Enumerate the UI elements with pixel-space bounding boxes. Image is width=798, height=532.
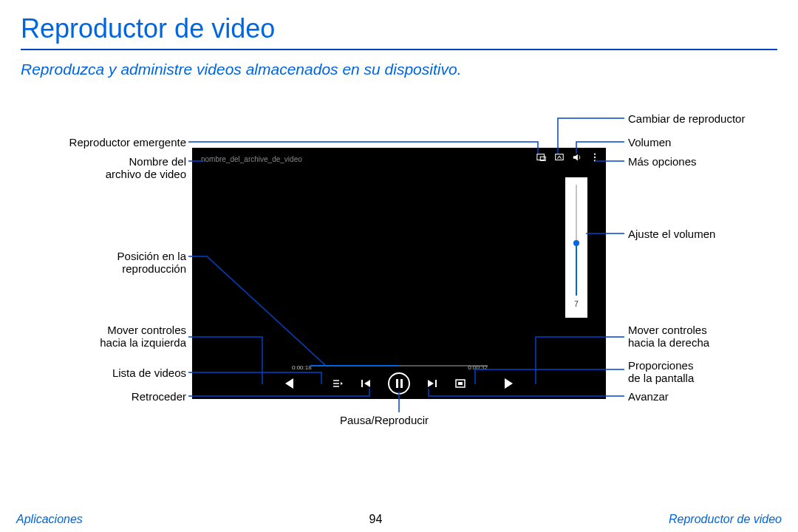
- svg-marker-10: [341, 382, 343, 385]
- volume-icon[interactable]: [572, 152, 582, 163]
- callout-video-list: Lista de videos: [38, 366, 186, 379]
- rewind-icon[interactable]: [360, 378, 372, 389]
- progress-bar[interactable]: [310, 365, 488, 366]
- callout-rewind: Retroceder: [38, 390, 186, 403]
- time-total: 0:00:32: [468, 364, 488, 371]
- time-elapsed: 0:00:18: [292, 364, 312, 371]
- page-footer: Aplicaciones 94 Reproductor de video: [0, 507, 798, 532]
- footer-topic[interactable]: Reproductor de video: [669, 513, 782, 526]
- move-controls-left-icon[interactable]: [285, 378, 293, 389]
- screen-ratio-icon[interactable]: [454, 378, 466, 389]
- svg-rect-14: [435, 380, 437, 387]
- diagram-area: nombre_del_archive_de_video 7 0:00:18: [0, 103, 798, 488]
- callout-filename: Nombre delarchivo de video: [38, 155, 186, 180]
- page-subtitle: Reproduzca y administre videos almacenad…: [0, 61, 798, 100]
- title-rule: [21, 49, 777, 50]
- video-filename: nombre_del_archive_de_video: [201, 155, 302, 163]
- footer-section[interactable]: Aplicaciones: [16, 513, 83, 526]
- callout-move-left: Mover controleshacia la izquierda: [38, 324, 186, 349]
- player-controls: [192, 372, 606, 395]
- popup-player-icon[interactable]: [536, 152, 547, 163]
- callout-pause-play: Pausa/Reproducir: [340, 414, 429, 426]
- player-top-icons: [536, 152, 600, 163]
- callout-adjust-volume: Ajuste el volumen: [628, 228, 715, 240]
- svg-marker-12: [364, 380, 370, 387]
- svg-marker-3: [573, 154, 578, 161]
- page-title: Reproductor de video: [0, 0, 798, 49]
- callout-popup-player: Reproductor emergente: [38, 136, 186, 149]
- svg-rect-11: [361, 380, 363, 387]
- callout-forward: Avanzar: [628, 390, 669, 403]
- callout-volume: Volumen: [628, 136, 671, 149]
- svg-rect-16: [458, 382, 463, 385]
- callout-move-right: Mover controleshacia la derecha: [628, 324, 709, 349]
- volume-panel: 7: [565, 177, 587, 318]
- svg-marker-13: [428, 380, 434, 387]
- svg-point-6: [594, 160, 596, 161]
- volume-value: 7: [574, 300, 579, 308]
- footer-page-number: 94: [369, 513, 383, 526]
- callout-more-options: Más opciones: [628, 155, 697, 168]
- svg-rect-2: [556, 154, 564, 160]
- callout-screen-ratio: Proporcionesde la pantalla: [628, 359, 694, 384]
- video-player: nombre_del_archive_de_video 7 0:00:18: [192, 148, 606, 399]
- svg-point-4: [594, 153, 596, 154]
- forward-icon[interactable]: [426, 378, 438, 389]
- switch-player-icon[interactable]: [554, 152, 565, 163]
- pause-play-button[interactable]: [388, 372, 410, 395]
- svg-point-5: [594, 157, 596, 158]
- more-options-icon[interactable]: [590, 152, 600, 163]
- callout-playback-position: Posición en lareproducción: [38, 250, 186, 275]
- callout-switch-player: Cambiar de reproductor: [628, 112, 745, 125]
- move-controls-right-icon[interactable]: [505, 378, 513, 389]
- volume-slider[interactable]: [576, 185, 577, 296]
- video-list-icon[interactable]: [332, 378, 344, 389]
